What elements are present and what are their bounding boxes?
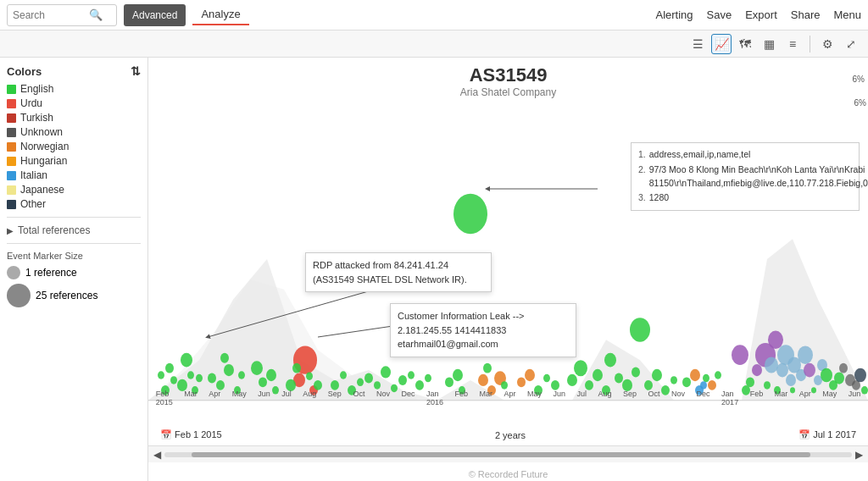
color-swatch — [7, 128, 16, 137]
color-swatch — [7, 99, 16, 108]
svg-point-89 — [798, 346, 813, 363]
svg-point-23 — [251, 361, 263, 375]
color-swatch — [7, 113, 16, 123]
svg-point-58 — [574, 360, 587, 376]
grid-view-icon[interactable]: ▦ — [759, 34, 779, 54]
scrollbar-track[interactable] — [164, 452, 852, 457]
svg-point-82 — [768, 331, 783, 349]
map-view-icon[interactable]: 🗺 — [735, 34, 755, 54]
svg-point-38 — [381, 366, 391, 378]
sidebar-divider-2 — [7, 243, 141, 244]
svg-point-86 — [786, 374, 796, 386]
color-legend-item: Turkish — [7, 112, 141, 124]
sidebar-divider — [7, 217, 141, 218]
total-references[interactable]: ▶ Total references — [7, 224, 141, 236]
colors-section-title: Colors ⇅ — [7, 64, 141, 78]
save-button[interactable]: Save — [707, 8, 732, 21]
color-legend-item: Japanese — [7, 184, 141, 196]
chart-view-icon[interactable]: 📈 — [711, 34, 732, 54]
svg-point-17 — [208, 373, 216, 384]
scroll-right-arrow[interactable]: ▶ — [855, 449, 863, 461]
svg-point-55 — [543, 374, 550, 383]
marker-size-section: Event Marker Size 1 reference 25 referen… — [7, 251, 141, 307]
color-legend-item: Other — [7, 198, 141, 210]
svg-point-6 — [170, 376, 177, 384]
table-view-icon[interactable]: ☰ — [687, 34, 708, 54]
svg-point-60 — [593, 369, 603, 381]
chart-svg — [148, 58, 868, 481]
svg-point-19 — [220, 353, 229, 363]
svg-point-36 — [364, 373, 373, 384]
toolbar-separator — [810, 36, 810, 53]
large-circle — [7, 284, 31, 307]
search-box[interactable]: 🔍 — [7, 4, 117, 26]
svg-point-44 — [445, 377, 453, 387]
export-button[interactable]: Export — [745, 8, 777, 21]
colors-toggle[interactable]: ⇅ — [131, 64, 141, 78]
alerting-button[interactable]: Alerting — [655, 8, 693, 21]
svg-point-41 — [408, 371, 415, 379]
info-line2: 97/3 Moo 8 Klong Min Beach\r\nKoh Lanta … — [649, 163, 868, 191]
info-line3: 1280 — [649, 191, 669, 205]
svg-point-27 — [292, 363, 301, 373]
svg-point-99 — [854, 368, 866, 383]
advanced-button[interactable]: Advanced — [124, 4, 186, 26]
svg-point-95 — [834, 372, 844, 384]
color-legend-item: Italian — [7, 169, 141, 181]
tooltip-rdp: RDP attacked from 84.241.41.24 (AS31549 … — [305, 252, 492, 292]
svg-point-53 — [525, 369, 535, 381]
svg-point-63 — [615, 373, 623, 384]
color-swatch — [7, 85, 16, 94]
svg-point-66 — [630, 318, 650, 342]
marker-size-label: Event Marker Size — [7, 251, 141, 261]
scrollbar-thumb[interactable] — [192, 452, 810, 457]
search-input[interactable] — [13, 9, 89, 21]
svg-point-43 — [425, 374, 431, 383]
sidebar: Colors ⇅ EnglishUrduTurkishUnknownNorweg… — [0, 58, 148, 481]
svg-point-18 — [238, 371, 245, 379]
copyright: © Recorded Future — [148, 469, 868, 479]
timeline-labels: 📅 Feb 1 2015 2 years 📅 Jul 1 2017 — [148, 429, 868, 440]
svg-point-84 — [776, 363, 788, 378]
analyze-tab[interactable]: Analyze — [192, 4, 248, 25]
color-legend-item: Unknown — [7, 126, 141, 138]
svg-point-52 — [517, 377, 526, 387]
small-circle — [7, 266, 20, 279]
svg-point-96 — [839, 363, 848, 373]
color-legend: EnglishUrduTurkishUnknownNorwegianHungar… — [7, 83, 141, 210]
svg-point-47 — [478, 374, 488, 386]
svg-point-31 — [453, 194, 487, 235]
timeline-duration: 2 years — [495, 430, 526, 440]
svg-point-71 — [682, 377, 691, 387]
svg-point-35 — [357, 379, 364, 387]
svg-point-57 — [567, 374, 577, 386]
svg-point-12 — [196, 374, 203, 383]
color-swatch — [7, 157, 16, 166]
color-legend-item: Urdu — [7, 97, 141, 109]
color-legend-item: Hungarian — [7, 155, 141, 167]
total-refs-arrow: ▶ — [7, 226, 14, 235]
svg-point-21 — [266, 369, 276, 381]
search-icon: 🔍 — [89, 8, 103, 21]
svg-point-101 — [764, 381, 771, 390]
tooltip-customer: Customer Information Leak --> 2.181.245.… — [390, 303, 576, 357]
svg-point-105 — [700, 381, 707, 390]
svg-point-62 — [604, 353, 616, 368]
expand-icon[interactable]: ⤢ — [841, 34, 861, 54]
svg-point-70 — [670, 376, 677, 384]
svg-point-45 — [453, 369, 463, 381]
svg-point-11 — [181, 353, 192, 368]
menu-button[interactable]: Menu — [833, 8, 861, 21]
info-panel: 1.address,email,ip,name,tel 2.97/3 Moo 8… — [631, 142, 860, 211]
chart-area: AS31549 Aria Shatel Company — [148, 58, 868, 481]
settings-icon[interactable]: ⚙ — [817, 34, 837, 54]
svg-point-72 — [690, 369, 700, 381]
color-swatch — [7, 171, 16, 180]
scrollbar-area: ◀ ▶ — [148, 445, 868, 462]
marker-25-item: 25 references — [7, 284, 141, 307]
svg-point-50 — [483, 363, 492, 373]
share-button[interactable]: Share — [791, 8, 821, 21]
scroll-left-arrow[interactable]: ◀ — [153, 449, 161, 461]
list-view-icon[interactable]: ≡ — [782, 34, 803, 54]
info-line1: address,email,ip,name,tel — [649, 148, 751, 162]
